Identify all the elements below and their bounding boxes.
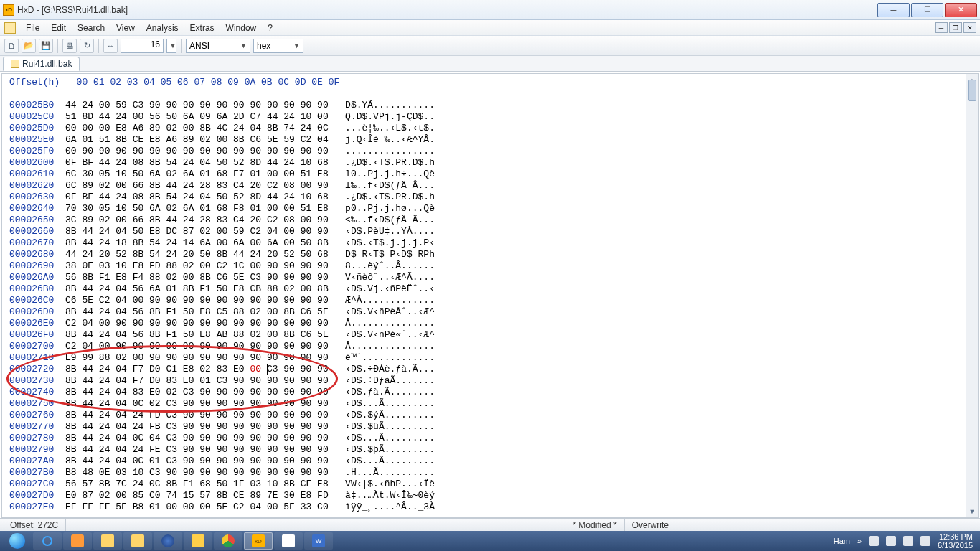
mdi-close-button[interactable]: ✕ [963,22,976,33]
titlebar: xD HxD - [G:\RSS\Rui41.dll.bak] ─ ☐ ✕ [0,0,980,20]
scrollbar-thumb[interactable] [968,80,976,101]
number-base-combo[interactable]: hex▼ [253,39,303,53]
outlook-icon [192,534,204,547]
menu-view[interactable]: View [110,22,141,34]
status-bar: Offset: 272C * Modified * Overwrite [0,518,980,531]
folder-icon [101,534,114,547]
menu-extras[interactable]: Extras [184,22,220,34]
mdi-restore-button[interactable]: ❐ [949,22,962,33]
taskbar-paint-button[interactable] [274,532,303,550]
document-icon [4,22,16,34]
windows-orb-icon [9,533,25,549]
tray-clock[interactable]: 12:36 PM 6/13/2015 [938,532,973,550]
bytes-per-row-dropdown[interactable]: ▼ [166,39,176,53]
window-controls: ─ ☐ ✕ [877,3,977,17]
bytes-per-row-value: 16 [151,39,160,50]
tray-date: 6/13/2015 [938,541,973,550]
mediaplayer-icon [71,534,84,547]
menu-search[interactable]: Search [72,22,110,34]
taskbar-ie-button[interactable] [33,532,62,550]
system-tray: Ham » 12:36 PM 6/13/2015 [834,532,977,550]
menu-file[interactable]: File [20,22,45,34]
chrome-icon [222,534,235,547]
scroll-down-button[interactable]: ▼ [966,505,978,517]
status-modified: * Modified * [565,519,624,531]
start-button[interactable] [3,531,32,551]
ie-icon [42,536,52,546]
taskbar-outlook-button[interactable] [184,532,212,550]
file-tab-label: Rui41.dll.bak [22,59,72,69]
toolbar: 🗋 📂 💾 🖶 ↻ ↔ 16 ▼ ANSI▼ hex▼ [0,36,980,56]
tray-volume-icon[interactable] [903,536,913,546]
taskbar-hxd-button[interactable]: xD [244,532,273,550]
bytes-per-row-input[interactable]: 16 [121,39,164,53]
menu-window[interactable]: Window [220,22,263,34]
tray-network-icon[interactable] [886,536,896,546]
taskbar-mediaplayer-button[interactable] [63,532,92,550]
close-button[interactable]: ✕ [945,3,977,17]
menubar: FileEditSearchViewAnalysisExtrasWindow? … [0,20,980,36]
taskbar: xD W Ham » 12:36 PM 6/13/2015 [0,531,980,551]
encoding-value: ANSI [189,41,209,51]
print-button[interactable]: 🖶 [62,39,77,53]
tray-chevron-icon[interactable]: » [857,537,862,545]
mdi-controls: ─ ❐ ✕ [935,22,976,33]
hxd-icon: xD [252,534,265,547]
menu-?[interactable]: ? [262,22,278,34]
taskbar-firefox-button[interactable] [154,532,182,550]
folder-icon [131,534,144,547]
word-icon: W [312,534,325,547]
encoding-combo[interactable]: ANSI▼ [186,39,250,53]
file-tabs: Rui41.dll.bak [0,56,980,72]
hex-editor[interactable]: Offset(h) 00 01 02 03 04 05 06 07 08 09 … [1,73,979,518]
new-button[interactable]: 🗋 [4,39,19,53]
paint-icon [282,534,295,547]
open-button[interactable]: 📂 [22,39,36,53]
menu-edit[interactable]: Edit [45,22,72,34]
goto-button[interactable]: ↔ [103,39,118,53]
status-offset: Offset: 272C [3,519,66,531]
tray-time: 12:36 PM [938,532,973,541]
taskbar-explorer2-button[interactable] [123,532,152,550]
taskbar-explorer-button[interactable] [93,532,122,550]
tray-user-label: Ham [834,537,850,545]
tray-flag-icon[interactable] [869,536,879,546]
vertical-scrollbar[interactable]: ▲ ▼ [966,74,978,517]
window-title: HxD - [G:\RSS\Rui41.dll.bak] [17,5,128,15]
menu-analysis[interactable]: Analysis [141,22,184,34]
status-mode: Overwrite [625,519,676,531]
save-button[interactable]: 💾 [39,39,53,53]
file-tab[interactable]: Rui41.dll.bak [3,57,80,71]
refresh-button[interactable]: ↻ [80,39,94,53]
tray-battery-icon[interactable] [920,536,930,546]
minimize-button[interactable]: ─ [877,3,910,17]
taskbar-word-button[interactable]: W [304,532,333,550]
number-base-value: hex [257,41,270,51]
maximize-button[interactable]: ☐ [911,3,943,17]
app-icon: xD [3,4,14,16]
firefox-icon [161,534,174,547]
taskbar-chrome-button[interactable] [214,532,242,550]
file-icon [11,60,19,68]
mdi-minimize-button[interactable]: ─ [935,22,948,33]
